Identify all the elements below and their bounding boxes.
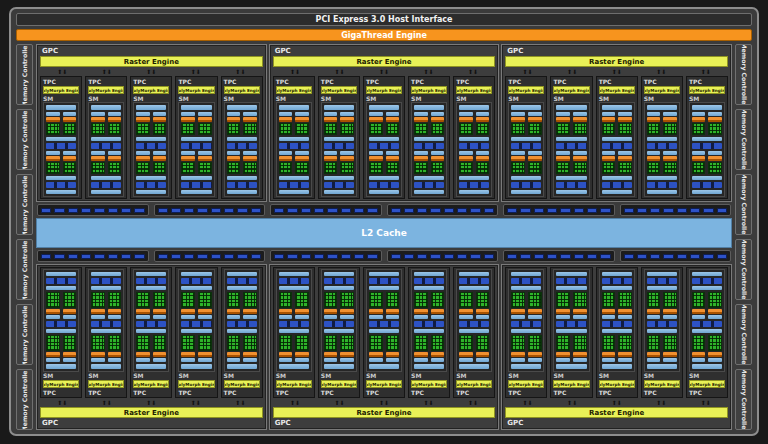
- sm-core-column: [243, 151, 257, 174]
- sm-core-column: [369, 335, 383, 362]
- sm-dispatch-bar: [324, 352, 338, 357]
- sm-processing-block: [602, 335, 632, 362]
- sm-core-column: [279, 112, 293, 135]
- sm-core-column: [647, 335, 661, 362]
- memory-link-segment: [197, 254, 207, 259]
- sm-dispatch-bar: [91, 117, 105, 122]
- tpc-block: TPC PolyMorph Engine SM: [318, 76, 360, 199]
- sm-scheduler-bar: [708, 358, 722, 362]
- sm-internal-stack: [224, 269, 260, 372]
- sm-scheduler-bar: [153, 315, 167, 319]
- sm-processing-block: [414, 151, 444, 174]
- sm-core-grid: [91, 292, 105, 308]
- raster-engine-bar: Raster Engine: [273, 407, 496, 418]
- sm-cache-bar: [227, 137, 257, 141]
- sm-core-column: [46, 335, 60, 362]
- sm-internal-stack: [88, 102, 124, 197]
- sm-core-column: [227, 292, 241, 319]
- sm-texture-units-bar: [91, 278, 121, 284]
- memory-link-segment: [41, 254, 51, 259]
- memory-link-segment: [301, 254, 311, 259]
- sm-cache-bar: [414, 137, 444, 141]
- flow-arrows-icon: ⬆⬇: [362, 399, 407, 406]
- sm-label: SM: [456, 372, 492, 379]
- sm-core-grid: [386, 335, 400, 351]
- polymorph-engine-label: PolyMorph Engine: [133, 88, 169, 93]
- sm-processing-block: [91, 292, 121, 319]
- tpc-block: TPC PolyMorph Engine SM: [596, 76, 638, 199]
- memory-link-segment: [158, 254, 168, 259]
- sm-processing-block: [91, 151, 121, 174]
- sm-ldst-sfu-bar: [227, 143, 257, 149]
- sm-scheduler-bar: [602, 112, 616, 116]
- memory-link-segment: [341, 208, 351, 213]
- sm-processing-block: [692, 335, 722, 362]
- sm-core-grid: [431, 123, 445, 135]
- crossbar-link-group: [37, 250, 149, 262]
- tpc-label: TPC: [456, 389, 492, 396]
- tpc-label: TPC: [366, 78, 402, 85]
- memory-link-segment: [327, 208, 337, 213]
- sm-processing-block: [459, 151, 489, 174]
- sm-core-column: [708, 335, 722, 362]
- memory-link-segment: [367, 208, 377, 213]
- sm-internal-stack: [321, 269, 357, 372]
- sm-dispatch-bar: [108, 117, 122, 122]
- tpc-label: TPC: [321, 78, 357, 85]
- sm-ldst-sfu-bar: [181, 143, 211, 149]
- sm-shared-memory-bar: [511, 272, 541, 276]
- sm-core-column: [431, 292, 445, 319]
- sm-core-grid: [227, 292, 241, 308]
- sm-instruction-cache-bar: [46, 364, 76, 369]
- sm-dispatch-bar: [181, 352, 195, 357]
- sm-internal-stack: [178, 269, 214, 372]
- sm-dispatch-bar: [153, 117, 167, 122]
- polymorph-engine-label: PolyMorph Engine: [366, 88, 402, 93]
- sm-dispatch-bar: [511, 117, 525, 122]
- tpc-label: TPC: [366, 389, 402, 396]
- sm-dispatch-bar: [528, 117, 542, 122]
- memory-link-segment: [211, 254, 221, 259]
- sm-shared-memory-bar: [602, 190, 632, 194]
- sm-dispatch-bar: [708, 309, 722, 314]
- flow-arrows-icon: ⬆⬇: [218, 399, 263, 406]
- sm-block: SM: [599, 269, 635, 379]
- sm-dispatch-bar: [692, 117, 706, 122]
- sm-core-grid: [511, 123, 525, 135]
- sm-block: SM: [456, 95, 492, 197]
- memory-link-segment: [314, 208, 324, 213]
- sm-scheduler-bar: [46, 315, 60, 319]
- sm-scheduler-bar: [91, 112, 105, 116]
- sm-scheduler-bar: [692, 151, 706, 155]
- sm-scheduler-bar: [153, 358, 167, 362]
- polymorph-engine-label: PolyMorph Engine: [88, 382, 124, 387]
- tpc-block: TPC PolyMorph Engine SM: [318, 267, 360, 398]
- memory-link-segment: [417, 254, 427, 259]
- sm-core-grid: [295, 123, 309, 135]
- sm-core-grid: [369, 123, 383, 135]
- sm-scheduler-bar: [618, 358, 632, 362]
- sm-block: SM: [133, 95, 169, 197]
- sm-scheduler-bar: [153, 112, 167, 116]
- chip-panel: PCI Express 3.0 Host Interface GigaThrea…: [9, 7, 759, 436]
- memory-link-segment: [54, 254, 64, 259]
- sm-scheduler-bar: [279, 358, 293, 362]
- sm-core-column: [324, 151, 338, 174]
- tpc-block: TPC PolyMorph Engine SM: [641, 76, 683, 199]
- sm-core-grid: [243, 162, 257, 174]
- polymorph-engine-label: PolyMorph Engine: [366, 382, 402, 387]
- memory-link-segment: [663, 208, 673, 213]
- memory-link-segment: [457, 254, 467, 259]
- sm-processing-block: [136, 292, 166, 319]
- sm-dispatch-bar: [181, 309, 195, 314]
- sm-core-column: [511, 292, 525, 319]
- sm-dispatch-bar: [386, 117, 400, 122]
- sm-dispatch-bar: [414, 156, 428, 161]
- sm-scheduler-bar: [528, 112, 542, 116]
- sm-core-column: [663, 151, 677, 174]
- sm-dispatch-bar: [91, 309, 105, 314]
- sm-texture-cache-bar: [369, 286, 399, 290]
- sm-core-grid: [63, 335, 77, 351]
- sm-cache-bar: [279, 137, 309, 141]
- tpc-block: TPC PolyMorph Engine SM: [596, 267, 638, 398]
